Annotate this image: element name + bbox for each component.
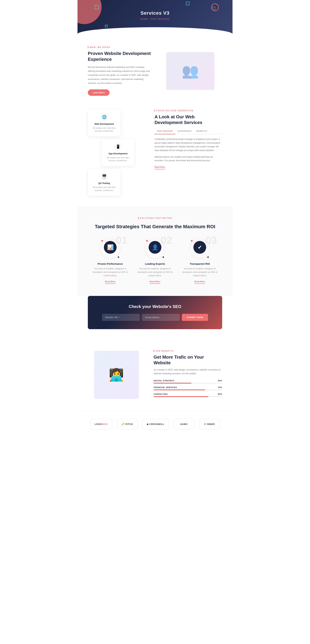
progress-bg-1 xyxy=(154,383,222,384)
qa-title: QA Testing xyxy=(98,182,110,184)
traffic-label: OUR BENEFITS xyxy=(154,350,222,352)
progress-fill-3 xyxy=(154,396,208,397)
performance-read-more[interactable]: Read More xyxy=(105,280,116,284)
progress-fill-1 xyxy=(154,383,191,384)
services-read-more[interactable]: Read More xyxy=(154,166,165,169)
progress-bg-3 xyxy=(154,396,222,397)
traffic-content: OUR BENEFITS Get More Trafic on Your Web… xyxy=(154,350,222,400)
progress-name-3: CONSULTING xyxy=(154,393,168,395)
partner-gabo: GABO xyxy=(174,419,194,429)
roi-label: SOLUTIONS THAT MATTER xyxy=(138,217,172,219)
roi-circle-2: 👤 xyxy=(145,238,165,259)
roi-dot-tl-1 xyxy=(101,240,103,242)
progress-label-3: CONSULTING 80% xyxy=(154,393,222,395)
page-title: Services V3 xyxy=(81,10,229,16)
traffic-image: 👩‍💻 xyxy=(88,351,145,399)
app-dev-desc: We analyze your web site's structure, ar… xyxy=(106,156,130,162)
progress-label-2: FINANCIAL SERVICES 75% xyxy=(154,386,222,388)
deco-square-1 xyxy=(95,5,99,9)
partner-pitch-label: 🔑 PITCH xyxy=(122,423,133,426)
partner-gabo-label: GABO xyxy=(180,423,188,426)
proven-label: WHAT WE OFFER xyxy=(88,46,152,48)
roi-title: Targeted Strategies That Generate the Ma… xyxy=(88,224,222,230)
roi-dot-br-3 xyxy=(207,256,209,258)
proven-illustration xyxy=(166,52,214,90)
roi-card-performance: 01 📊 Proven Performance Our team of crea… xyxy=(91,238,129,284)
qa-icon: 🖥️ xyxy=(100,172,108,180)
proven-desc: We are full-service Internet marketing a… xyxy=(88,65,152,85)
service-cards-list: 🌐 Web Development We analyze your web si… xyxy=(88,110,144,196)
partner-crosswill-label: ◆ CROSSWILL xyxy=(147,423,164,426)
traffic-title: Get More Trafic on Your Website xyxy=(154,354,222,366)
roi-circle-1: 📊 xyxy=(100,238,120,259)
qa-desc: We analyze your web site's structure, ar… xyxy=(92,186,116,192)
web-dev-icon: 🌐 xyxy=(100,113,108,121)
transparent-read-more[interactable]: Read More xyxy=(194,280,205,284)
partner-inner: ✦ INNER xyxy=(199,419,220,429)
seo-title: Check your Website's SEO xyxy=(98,304,212,309)
experts-title: Leading Experts xyxy=(136,262,174,265)
roi-dot-br-1 xyxy=(118,256,119,258)
tab-content-para1: A dedicated, professional project manage… xyxy=(154,138,222,152)
roi-dot-br-2 xyxy=(162,256,164,258)
tab-experience[interactable]: EXPERIENCE xyxy=(175,128,194,134)
app-dev-icon: 📱 xyxy=(114,143,122,150)
deco-square-3 xyxy=(105,25,108,27)
progress-name-1: DIGITAL STRATEGY xyxy=(154,380,174,382)
service-card-qa: 🖥️ QA Testing We analyze your web site's… xyxy=(88,169,120,196)
traffic-illustration: 👩‍💻 xyxy=(94,351,139,399)
progress-bg-2 xyxy=(154,390,222,390)
app-dev-title: App Development xyxy=(108,152,128,155)
learn-more-button[interactable]: Learn More xyxy=(88,90,110,96)
seo-url-input[interactable] xyxy=(102,314,140,321)
service-content: FOCUS ON LEAD GENERATION A Look at Our W… xyxy=(154,110,222,196)
roi-dot-tl-3 xyxy=(191,240,192,242)
progress-pct-2: 75% xyxy=(218,386,222,388)
experts-icon: 👤 xyxy=(149,241,161,254)
experts-desc: Our team of creatives, designers & devel… xyxy=(136,267,174,278)
tab-benefits[interactable]: BENEFITS xyxy=(194,128,210,134)
seo-form: SUBMIT NOW xyxy=(98,314,212,321)
section-roi: SOLUTIONS THAT MATTER Targeted Strategie… xyxy=(78,206,232,296)
partner-loudnick-label: LOUDNICK xyxy=(94,423,108,426)
seo-submit-button[interactable]: SUBMIT NOW xyxy=(182,314,208,321)
partner-inner-label: ✦ INNER xyxy=(204,423,215,426)
proven-content: WHAT WE OFFER Proven Website Development… xyxy=(88,46,152,96)
progress-name-2: FINANCIAL SERVICES xyxy=(154,386,177,388)
roi-circle-3: ✔ xyxy=(190,238,210,259)
breadcrumb-home[interactable]: HOME xyxy=(140,18,148,20)
proven-title: Proven Website Development Experience xyxy=(88,51,152,62)
seo-email-input[interactable] xyxy=(142,314,180,321)
transparent-icon: ✔ xyxy=(194,241,206,254)
partner-loudnick: LOUDNICK xyxy=(90,419,112,429)
proven-image xyxy=(158,52,222,90)
services-title: A Look at Our Web Development Services xyxy=(154,114,222,126)
breadcrumb-current: OUR PROCESS xyxy=(151,18,170,20)
service-card-app: 📱 App Development We analyze your web si… xyxy=(102,139,134,166)
breadcrumb: HOME / OUR PROCESS xyxy=(81,18,229,20)
performance-icon: 📊 xyxy=(104,241,116,254)
services-tabs: OUR PROCESS EXPERIENCE BENEFITS xyxy=(154,128,222,134)
transparent-title: Transparent ROI xyxy=(181,262,219,265)
tab-our-process[interactable]: OUR PROCESS xyxy=(154,128,175,134)
hero-header: Services V3 HOME / OUR PROCESS xyxy=(78,0,232,34)
service-card-web: 🌐 Web Development We analyze your web si… xyxy=(88,110,120,136)
traffic-desc: As a leader in SEO, web design, ecommerc… xyxy=(154,368,222,376)
web-dev-desc: We analyze your web site's structure, ar… xyxy=(92,126,116,132)
web-dev-title: Web Development xyxy=(94,123,114,125)
progress-pct-3: 80% xyxy=(218,393,222,395)
roi-card-experts: 02 👤 Leading Experts Our team of creativ… xyxy=(136,238,174,284)
progress-consulting: CONSULTING 80% xyxy=(154,393,222,397)
deco-square-2 xyxy=(186,2,190,5)
roi-dot-tl-2 xyxy=(146,240,148,242)
progress-financial: FINANCIAL SERVICES 75% xyxy=(154,386,222,390)
breadcrumb-sep: / xyxy=(149,18,150,20)
performance-title: Proven Performance xyxy=(91,262,129,265)
experts-read-more[interactable]: Read More xyxy=(150,280,160,284)
partner-pitch: 🔑 PITCH xyxy=(117,419,138,429)
progress-pct-1: 55% xyxy=(218,380,222,382)
performance-desc: Our team of creatives, designers & devel… xyxy=(91,267,129,278)
section-seo: Check your Website's SEO SUBMIT NOW xyxy=(88,296,222,329)
section-partners: LOUDNICK 🔑 PITCH ◆ CROSSWILL GABO ✦ INNE… xyxy=(78,410,232,441)
progress-label-1: DIGITAL STRATEGY 55% xyxy=(154,380,222,382)
